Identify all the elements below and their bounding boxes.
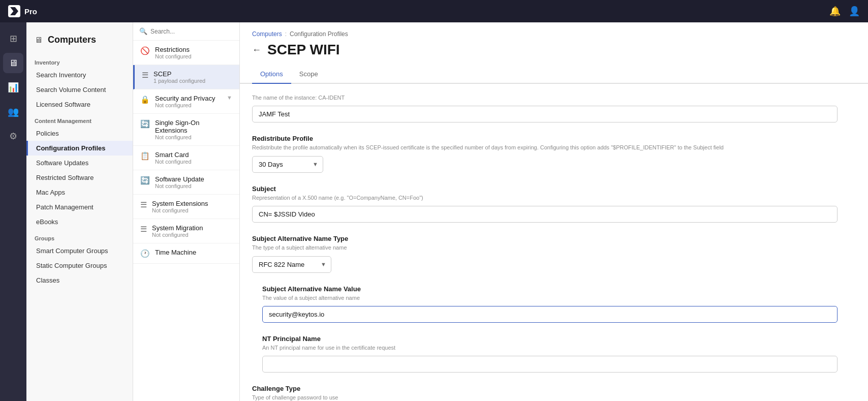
redistribute-select-wrapper: 30 Days 60 Days 90 Days Never ▼ [252, 156, 323, 173]
search-input[interactable] [150, 28, 233, 35]
main-header: Computers : Configuration Profiles ← SCE… [240, 22, 868, 58]
sidebar-item-search-inventory[interactable]: Search Inventory [26, 68, 133, 82]
sidebar-section-groups: Groups [26, 229, 133, 243]
profile-name-sso: Single Sign-On Extensions [155, 119, 232, 134]
middle-panel: 🔍 🚫 Restrictions Not configured ☰ SCEP 1… [133, 22, 240, 401]
sso-icon: 🔄 [140, 119, 150, 129]
redistribute-label: Redistribute Profile [252, 135, 838, 142]
profile-status-software-update: Not configured [155, 183, 204, 189]
breadcrumb-sep: : [285, 30, 287, 38]
sidebar-item-classes[interactable]: Classes [26, 273, 133, 288]
nav-rail-settings[interactable]: ⚙ [3, 126, 23, 146]
software-update-icon: 🔄 [140, 176, 150, 185]
tab-scope[interactable]: Scope [291, 66, 326, 84]
profile-status-system-ext: Not configured [152, 207, 208, 213]
profile-status-scep: 1 payload configured [153, 78, 205, 84]
page-title: SCEP WIFI [267, 42, 340, 58]
profile-item-restrictions[interactable]: 🚫 Restrictions Not configured [133, 41, 239, 65]
profile-item-smart-card[interactable]: 📋 Smart Card Not configured [133, 146, 239, 170]
profile-status-sso: Not configured [155, 134, 232, 140]
san-value-input[interactable] [262, 306, 838, 323]
form-section-redistribute: Redistribute Profile Redistribute the pr… [252, 135, 838, 172]
sidebar-item-patch-management[interactable]: Patch Management [26, 200, 133, 214]
sidebar-header-icon: 🖥 [35, 36, 43, 45]
sidebar-item-policies[interactable]: Policies [26, 126, 133, 141]
breadcrumb-current: Configuration Profiles [290, 30, 348, 38]
user-icon[interactable]: 👤 [849, 6, 860, 17]
sidebar-item-mac-apps[interactable]: Mac Apps [26, 185, 133, 200]
profile-name-restrictions: Restrictions [155, 46, 192, 53]
profile-item-time-machine[interactable]: 🕐 Time Machine [133, 243, 239, 264]
sidebar: 🖥 Computers Inventory Search Inventory S… [26, 22, 133, 401]
app-logo [8, 5, 20, 17]
breadcrumb-parent[interactable]: Computers [252, 30, 282, 38]
instance-input[interactable] [252, 106, 838, 122]
profile-status-restrictions: Not configured [155, 53, 192, 59]
san-value-hint: The value of a subject alternative name [262, 294, 838, 302]
subject-label: Subject [252, 185, 838, 193]
profile-item-security-privacy[interactable]: 🔒 Security and Privacy Not configured ▼ [133, 89, 239, 114]
expand-icon-security: ▼ [227, 95, 232, 101]
sidebar-item-licensed-software[interactable]: Licensed Software [26, 97, 133, 112]
sidebar-header-title: Computers [48, 35, 96, 45]
sidebar-header: 🖥 Computers [26, 30, 133, 53]
sidebar-section-content: Content Management [26, 112, 133, 126]
san-type-select[interactable]: RFC 822 Name NT Principal Name None [252, 256, 331, 273]
profile-item-scep[interactable]: ☰ SCEP 1 payload configured [133, 65, 239, 89]
notifications-icon[interactable]: 🔔 [829, 6, 841, 17]
san-type-hint: The type of a subject alternative name [252, 244, 838, 252]
nav-rail-computers[interactable]: 🖥 [3, 53, 23, 73]
profile-name-time-machine: Time Machine [155, 249, 196, 256]
profile-status-security: Not configured [155, 102, 215, 108]
profile-name-software-update: Software Update [155, 175, 204, 183]
profile-item-system-extensions[interactable]: ☰ System Extensions Not configured [133, 195, 239, 219]
main-content: Computers : Configuration Profiles ← SCE… [240, 22, 868, 401]
san-type-label: Subject Alternative Name Type [252, 235, 838, 242]
instance-hint: The name of the instance: CA-IDENT [252, 94, 838, 102]
restrictions-icon: 🚫 [140, 46, 150, 55]
sidebar-item-software-updates[interactable]: Software Updates [26, 156, 133, 170]
topbar-right: 🔔 👤 [829, 6, 860, 17]
profile-item-system-migration[interactable]: ☰ System Migration Not configured [133, 219, 239, 243]
sidebar-item-config-profiles[interactable]: Configuration Profiles [26, 141, 133, 156]
breadcrumb: Computers : Configuration Profiles [252, 30, 856, 38]
sidebar-item-search-volume[interactable]: Search Volume Content [26, 82, 133, 97]
form-section-san-type: Subject Alternative Name Type The type o… [252, 235, 838, 272]
system-migration-icon: ☰ [140, 225, 147, 234]
tab-options[interactable]: Options [252, 66, 291, 84]
profile-name-scep: SCEP [153, 70, 205, 78]
subject-hint: Representation of a X.500 name (e.g. "O=… [252, 194, 838, 202]
nav-rail-dashboard[interactable]: ⊞ [3, 28, 23, 49]
sidebar-section-inventory: Inventory [26, 53, 133, 68]
nav-rail-users[interactable]: 👥 [3, 102, 23, 122]
topbar: Pro 🔔 👤 [0, 0, 868, 22]
sidebar-item-restricted-software[interactable]: Restricted Software [26, 170, 133, 185]
profile-name-security: Security and Privacy [155, 95, 215, 102]
challenge-type-label: Challenge Type [252, 385, 838, 392]
profile-name-smart-card: Smart Card [155, 151, 192, 159]
sidebar-item-ebooks[interactable]: eBooks [26, 214, 133, 229]
form-content: The name of the instance: CA-IDENT Redis… [240, 84, 850, 401]
profile-status-system-migration: Not configured [152, 232, 203, 238]
system-ext-icon: ☰ [140, 200, 147, 209]
profile-item-sso[interactable]: 🔄 Single Sign-On Extensions Not configur… [133, 114, 239, 146]
redistribute-hint: Redistribute the profile automatically w… [252, 144, 838, 151]
profile-status-smart-card: Not configured [155, 159, 192, 165]
page-title-row: ← SCEP WIFI [252, 42, 856, 58]
back-button[interactable]: ← [252, 45, 261, 55]
nt-principal-input[interactable] [262, 356, 838, 373]
sidebar-item-smart-groups[interactable]: Smart Computer Groups [26, 243, 133, 258]
sidebar-item-static-groups[interactable]: Static Computer Groups [26, 258, 133, 273]
form-section-san-value: Subject Alternative Name Value The value… [252, 285, 838, 323]
profile-name-system-migration: System Migration [152, 224, 203, 232]
tabs: Options Scope [240, 66, 868, 84]
subject-input[interactable] [252, 206, 838, 223]
nav-rail-reports[interactable]: 📊 [3, 77, 23, 98]
redistribute-select[interactable]: 30 Days 60 Days 90 Days Never [252, 156, 323, 173]
nav-rail: ⊞ 🖥 📊 👥 ⚙ [0, 22, 26, 401]
form-section-challenge-type: Challenge Type Type of challenge passwor… [252, 385, 838, 401]
profile-item-software-update[interactable]: 🔄 Software Update Not configured [133, 170, 239, 195]
san-type-select-wrapper: RFC 822 Name NT Principal Name None ▼ [252, 256, 331, 273]
form-section-subject: Subject Representation of a X.500 name (… [252, 185, 838, 223]
smart-card-icon: 📋 [140, 151, 150, 161]
